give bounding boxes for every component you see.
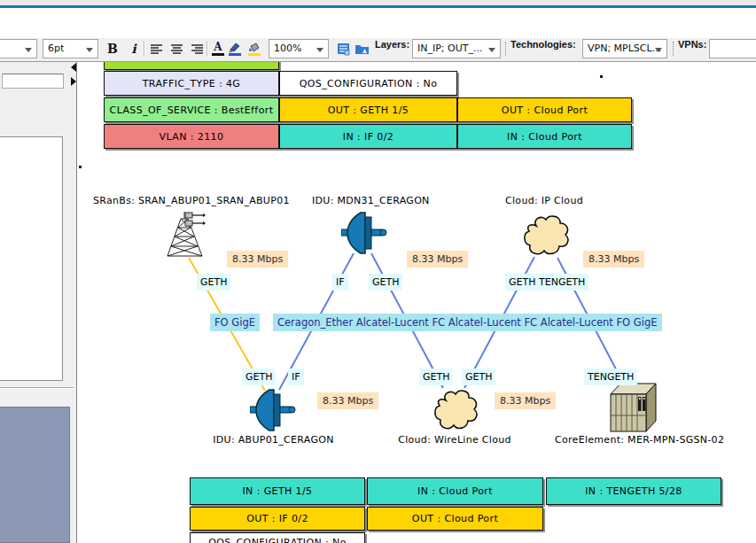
bandwidth-badge[interactable]: 8.33 Mbps [407,251,468,268]
out-cloud-port-cell[interactable]: OUT : Cloud Port [457,97,632,122]
align-left-icon [151,43,163,55]
technologies-value: VPN; MPLSCL... [588,43,661,54]
node-label-ip-cloud[interactable]: Cloud: IP Cloud [505,195,583,206]
chevron-down-icon [316,48,323,52]
in-cloud-port-cell[interactable]: IN : Cloud Port [457,124,632,149]
cloud-icon[interactable] [521,213,571,262]
bucket-icon [248,43,261,52]
sidebar-divider [0,387,74,389]
font-color-icon: A [214,42,222,52]
node-label-abup01[interactable]: IDU: ABUP01_CERAGON [212,434,335,446]
font-color-swatch [212,53,224,56]
top-table-cut-cell[interactable] [104,62,279,70]
port-label[interactable]: GETH [369,274,402,291]
qos-cell-clipped[interactable]: QOS_CONFIGURATION : No [190,532,365,543]
in-tengeth-cell[interactable]: IN : TENGETH 5/28 [546,477,721,505]
align-left-button[interactable] [147,39,167,58]
port-label[interactable]: GETH [242,368,276,385]
sidebar-search-input[interactable] [2,74,64,89]
port-label[interactable]: GETH [197,274,230,291]
chevron-down-icon [488,48,495,52]
pen-color-swatch [229,53,241,56]
open-layout-button[interactable] [354,39,370,58]
vpns-field[interactable] [709,39,756,58]
header-gap [0,8,756,38]
splitter-expand-icon[interactable] [71,77,76,86]
layers-value: IN_IP; OUT_... [417,43,482,54]
toolbar-separator [144,41,145,57]
font-size-combo[interactable]: 6pt [43,39,98,58]
idu-device-icon[interactable] [250,388,296,436]
bold-button[interactable]: B [101,39,124,58]
link-label-fo-gige[interactable]: FO GigE [210,314,260,331]
out-cloud-port-cell[interactable]: OUT : Cloud Port [367,507,543,531]
italic-button[interactable]: i [124,39,144,58]
font-family-combo[interactable] [0,39,37,58]
zoom-combo[interactable]: 100% [269,39,329,58]
in-geth-cell[interactable]: IN : GETH 1/5 [190,477,365,505]
toolbar-separator [207,41,208,57]
port-label[interactable]: TENGETH [584,368,637,385]
port-label[interactable]: IF [332,274,348,291]
node-label-mdn31[interactable]: IDU: MDN31_CERAGON [312,195,423,206]
cloud-icon[interactable] [432,387,479,437]
node-label-wireline[interactable]: Cloud: WireLine Cloud [398,434,511,446]
sidebar-list[interactable] [0,136,63,381]
toolbar: 6pt B i A [0,38,756,62]
technologies-label: Technologies: [510,39,576,58]
notes-button[interactable] [336,39,351,58]
vpns-label: VPNs: [678,39,706,58]
in-cloud-port-cell[interactable]: IN : Cloud Port [367,477,543,505]
port-label[interactable]: GETH [419,368,453,385]
anchor-dot [79,166,82,168]
out-geth-cell[interactable]: OUT : GETH 1/5 [279,97,457,122]
node-label-sranbs[interactable]: SRanBs: SRAN_ABUP01_SRAN_ABUP01 [93,195,282,206]
italic-icon: i [131,42,136,56]
in-if-cell[interactable]: IN : IF 0/2 [279,124,457,149]
layers-label: Layers: [375,39,409,58]
font-color-button[interactable]: A [210,39,226,58]
toolbar-separator [505,42,506,56]
port-label[interactable]: TENGETH [535,274,588,291]
bold-icon: B [107,42,118,56]
toolbar-separator [673,42,674,56]
anchor-dot [600,75,603,78]
chevron-down-icon [25,48,32,52]
port-label[interactable]: GETH [462,368,495,385]
align-center-icon [171,43,183,55]
core-element-icon[interactable] [609,382,658,437]
class-of-service-cell[interactable]: CLASS_OF_SERVICE : BestEffort [104,97,279,122]
vlan-cell[interactable]: VLAN : 2110 [104,124,279,149]
diagram-canvas[interactable]: TRAFFIC_TYPE : 4G QOS_CONFIGURATION : No… [78,62,756,543]
node-label-core[interactable]: CoreElement: MER-MPN-SGSN-02 [555,434,715,446]
bucket-color-swatch [248,53,261,56]
splitter-collapse-icon[interactable] [71,63,76,72]
font-size-value: 6pt [48,43,64,54]
highlight-pen-button[interactable] [227,39,243,58]
qos-cell[interactable]: QOS_CONFIGURATION : No [279,71,457,96]
bandwidth-badge[interactable]: 8.33 Mbps [495,392,556,409]
pen-icon [229,43,241,52]
sidebar-overview-panel[interactable] [0,407,70,543]
layers-combo[interactable]: IN_IP; OUT_... [412,39,501,58]
port-label[interactable]: GETH [505,274,539,291]
link-label-chain[interactable]: Ceragon_Ether Alcatel-Lucent FC Alcatel-… [273,314,662,331]
main-area: TRAFFIC_TYPE : 4G QOS_CONFIGURATION : No… [0,62,756,543]
bandwidth-badge[interactable]: 8.33 Mbps [317,392,378,409]
folder-icon [355,43,370,55]
technologies-combo[interactable]: VPN; MPLSCL... [582,39,667,58]
out-if-cell[interactable]: OUT : IF 0/2 [190,507,365,531]
port-label[interactable]: IF [288,368,304,385]
antenna-tower-icon[interactable] [164,210,206,261]
align-center-button[interactable] [168,39,187,58]
traffic-type-cell[interactable]: TRAFFIC_TYPE : 4G [104,71,279,96]
align-right-button[interactable] [188,39,207,58]
left-sidebar [0,62,77,543]
idu-device-icon[interactable] [341,211,387,259]
chevron-down-icon [86,48,93,52]
fill-bucket-button[interactable] [246,39,262,58]
bandwidth-badge[interactable]: 8.33 Mbps [227,251,288,268]
notes-icon [337,43,351,56]
zoom-value: 100% [274,43,301,54]
bandwidth-badge[interactable]: 8.33 Mbps [583,251,644,268]
